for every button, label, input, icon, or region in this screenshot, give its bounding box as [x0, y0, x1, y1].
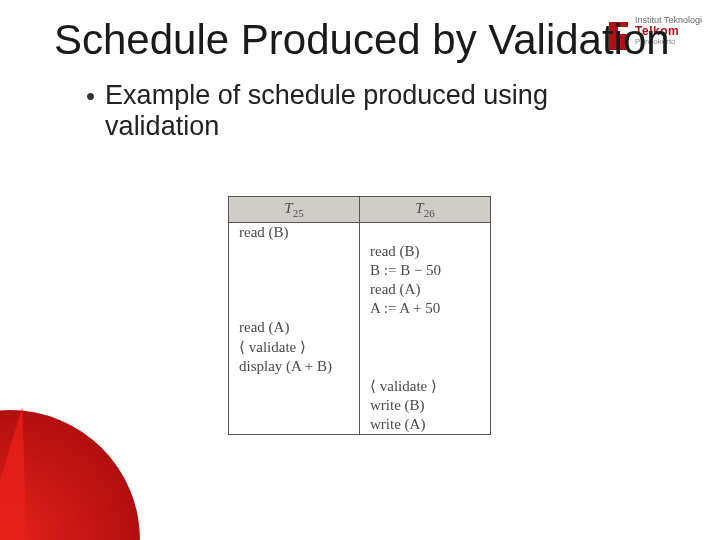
- cell-right: B := B − 50: [360, 261, 491, 280]
- cell-left: display (A + B): [229, 357, 360, 376]
- bullet-icon: •: [86, 83, 95, 109]
- cell-left: [229, 242, 360, 261]
- cell-right: [360, 357, 491, 376]
- cell-left: [229, 415, 360, 435]
- slide-title: Schedule Produced by Validation: [54, 16, 670, 64]
- cell-right: write (B): [360, 396, 491, 415]
- cell-left: read (B): [229, 223, 360, 243]
- cell-left: [229, 299, 360, 318]
- bullet-text: Example of schedule produced using valid…: [105, 80, 605, 142]
- cell-right: A := A + 50: [360, 299, 491, 318]
- col-header-t25: T25: [229, 197, 360, 223]
- table-row: read (B): [229, 223, 491, 243]
- table-row: write (B): [229, 396, 491, 415]
- cell-left: [229, 280, 360, 299]
- cell-left: read (A): [229, 318, 360, 337]
- slide: Institut Teknologi Telkom Purwokerto Sch…: [0, 0, 720, 540]
- table-row: B := B − 50: [229, 261, 491, 280]
- table-row: A := A + 50: [229, 299, 491, 318]
- table-row: display (A + B): [229, 357, 491, 376]
- table-row: read (B): [229, 242, 491, 261]
- decorative-red-shard: [0, 391, 130, 540]
- cell-right: write (A): [360, 415, 491, 435]
- bullet-item: • Example of schedule produced using val…: [86, 80, 605, 142]
- cell-left: ⟨ validate ⟩: [229, 337, 360, 357]
- table-row: ⟨ validate ⟩: [229, 337, 491, 357]
- cell-left: [229, 376, 360, 396]
- cell-right: [360, 318, 491, 337]
- col-header-t26: T26: [360, 197, 491, 223]
- cell-left: [229, 261, 360, 280]
- table-row: ⟨ validate ⟩: [229, 376, 491, 396]
- schedule-table: T25 T26 read (B) read (B) B := B − 50 re…: [228, 196, 491, 435]
- cell-right: read (B): [360, 242, 491, 261]
- cell-right: read (A): [360, 280, 491, 299]
- table-row: write (A): [229, 415, 491, 435]
- cell-right: [360, 223, 491, 243]
- table-row: read (A): [229, 280, 491, 299]
- table-body: read (B) read (B) B := B − 50 read (A) A…: [229, 223, 491, 435]
- cell-left: [229, 396, 360, 415]
- table-header-row: T25 T26: [229, 197, 491, 223]
- cell-right: [360, 337, 491, 357]
- table-row: read (A): [229, 318, 491, 337]
- cell-right: ⟨ validate ⟩: [360, 376, 491, 396]
